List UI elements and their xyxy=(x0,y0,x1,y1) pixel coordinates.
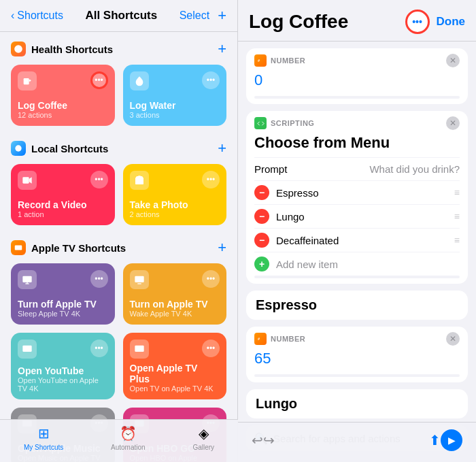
add-item-label: Add new item xyxy=(276,259,338,270)
espresso-number-card-label: NUMBER xyxy=(271,335,305,343)
scripting-icon xyxy=(254,117,267,129)
bottom-toolbar: ↩ ↪ ⬆ ▶ xyxy=(238,422,476,462)
open-appletv-plus-menu-button[interactable]: ••• xyxy=(202,340,220,357)
right-header: Log Coffee ••• Done xyxy=(238,0,476,42)
record-video-menu-button[interactable]: ••• xyxy=(90,171,108,188)
record-video-title: Record a Video xyxy=(18,199,108,210)
local-shortcuts-grid: ••• Record a Video 1 action ••• xyxy=(0,161,237,231)
tab-gallery[interactable]: ◈ Gallery xyxy=(192,425,214,451)
appletv-section-title-group: Apple TV Shortcuts xyxy=(11,240,126,255)
appletv-section-header: Apple TV Shortcuts + xyxy=(0,231,237,261)
log-water-title: Log Water xyxy=(130,100,220,111)
log-water-card[interactable]: ••• Log Water 3 actions xyxy=(123,65,227,126)
ellipsis-icon: ••• xyxy=(412,16,422,27)
log-coffee-menu-button[interactable]: ••• xyxy=(90,71,108,89)
right-panel: Log Coffee ••• Done # NUMBER ✕ xyxy=(238,0,476,462)
turn-off-tv-card[interactable]: ••• Turn off Apple TV Sleep Apple TV 4K xyxy=(11,263,115,325)
undo-button[interactable]: ↩ xyxy=(252,432,263,448)
add-shortcut-button[interactable]: + xyxy=(218,7,226,24)
tab-bar: ⊞ My Shortcuts ⏰ Automation ◈ Gallery xyxy=(0,419,238,462)
turn-off-tv-icon xyxy=(18,270,37,289)
tab-automation[interactable]: ⏰ Automation xyxy=(111,425,146,451)
turn-on-tv-card[interactable]: ••• Turn on Apple TV Wake Apple TV 4K xyxy=(123,263,227,325)
add-new-item-left: + Add new item xyxy=(254,257,338,271)
svg-rect-7 xyxy=(22,276,31,282)
done-button[interactable]: Done xyxy=(437,15,466,29)
automation-label: Automation xyxy=(111,444,146,451)
turn-on-tv-subtitle: Wake Apple TV 4K xyxy=(130,310,220,318)
open-youtube-menu-button[interactable]: ••• xyxy=(90,340,108,357)
right-header-menu-button[interactable]: ••• xyxy=(405,10,430,34)
appletv-section-add-button[interactable]: + xyxy=(218,239,226,257)
health-shortcuts-grid: ••• Log Coffee 12 actions ••• xyxy=(0,62,237,131)
svg-rect-10 xyxy=(135,276,143,282)
lungo-section-card: Lungo xyxy=(246,389,468,418)
decaffeinated-drag-handle[interactable]: ≡ xyxy=(454,235,460,246)
take-photo-menu-button[interactable]: ••• xyxy=(202,171,220,188)
select-button[interactable]: Select xyxy=(180,10,209,22)
log-water-menu-button[interactable]: ••• xyxy=(202,71,220,89)
my-shortcuts-icon: ⊞ xyxy=(38,425,50,442)
log-coffee-subtitle: 12 actions xyxy=(18,111,108,119)
record-video-card[interactable]: ••• Record a Video 1 action xyxy=(11,164,115,225)
espresso-section-label: Espresso xyxy=(256,297,317,312)
gallery-label: Gallery xyxy=(192,444,214,451)
back-button[interactable]: ‹ Shortcuts xyxy=(11,10,63,22)
turn-on-tv-menu-button[interactable]: ••• xyxy=(202,270,220,288)
turn-on-tv-title: Turn on Apple TV xyxy=(130,299,220,310)
open-appletv-plus-title: Open Apple TV Plus xyxy=(130,363,220,384)
menu-item-espresso-left: − Espresso xyxy=(254,185,319,200)
open-appletv-plus-card[interactable]: ••• Open Apple TV Plus Open TV on Apple … xyxy=(123,333,227,399)
open-youtube-card[interactable]: ••• Open YouTube Open YouTube on Apple T… xyxy=(11,333,115,399)
remove-lungo-button[interactable]: − xyxy=(254,209,269,224)
turn-off-tv-subtitle: Sleep Apple TV 4K xyxy=(18,310,108,318)
open-youtube-subtitle: Open YouTube on Apple TV 4K xyxy=(18,376,108,393)
menu-item-lungo-left: − Lungo xyxy=(254,209,305,224)
appletv-section-icon xyxy=(11,240,26,255)
lungo-drag-handle[interactable]: ≡ xyxy=(454,211,460,222)
take-photo-subtitle: 2 actions xyxy=(130,210,220,218)
scripting-title: Choose from Menu xyxy=(246,131,468,157)
share-button[interactable]: ⬆ xyxy=(429,432,441,448)
number-card-label: NUMBER xyxy=(271,56,305,65)
menu-item-decaffeinated-left: − Decaffeinated xyxy=(254,233,339,248)
lungo-section-label: Lungo xyxy=(256,396,297,411)
local-section-add-button[interactable]: + xyxy=(218,139,226,157)
local-section-header: Local Shortcuts + xyxy=(0,131,237,161)
menu-item-lungo: − Lungo ≡ xyxy=(246,205,468,228)
scripting-card-close-button[interactable]: ✕ xyxy=(446,116,460,130)
turn-off-tv-menu-button[interactable]: ••• xyxy=(90,270,108,288)
prompt-value: What did you drink? xyxy=(369,163,460,175)
scripting-label: SCRIPTING xyxy=(271,119,314,127)
number-card-header: # NUMBER ✕ xyxy=(246,48,468,70)
svg-rect-12 xyxy=(22,346,31,352)
record-video-icon xyxy=(18,171,37,190)
page-title: All Shortcuts xyxy=(85,9,157,22)
local-section-title-group: Local Shortcuts xyxy=(11,141,108,156)
svg-rect-3 xyxy=(22,177,29,183)
espresso-section-card: Espresso xyxy=(246,291,468,320)
prompt-label: Prompt xyxy=(254,163,287,175)
log-coffee-card[interactable]: ••• Log Coffee 12 actions xyxy=(11,65,115,126)
espresso-number-card-header-left: # NUMBER xyxy=(254,333,305,345)
number-card-icon: # xyxy=(254,54,267,67)
number-card-close-button[interactable]: ✕ xyxy=(446,54,460,67)
espresso-number-card-header: # NUMBER ✕ xyxy=(246,327,468,348)
espresso-drag-handle[interactable]: ≡ xyxy=(454,187,460,198)
svg-point-2 xyxy=(15,145,21,151)
tab-my-shortcuts[interactable]: ⊞ My Shortcuts xyxy=(24,425,63,451)
log-water-subtitle: 3 actions xyxy=(130,111,220,119)
health-section-add-button[interactable]: + xyxy=(218,40,226,58)
play-button[interactable]: ▶ xyxy=(441,429,462,451)
left-panel: ‹ Shortcuts All Shortcuts Select + Healt… xyxy=(0,0,238,462)
add-new-item-row: + Add new item xyxy=(246,252,468,276)
remove-espresso-button[interactable]: − xyxy=(254,185,269,200)
open-appletv-plus-icon xyxy=(130,340,149,359)
add-new-item-button[interactable]: + xyxy=(254,257,269,271)
redo-button[interactable]: ↪ xyxy=(263,432,275,448)
svg-point-5 xyxy=(138,180,141,182)
take-photo-card[interactable]: ••• Take a Photo 2 actions xyxy=(123,164,227,225)
remove-decaffeinated-button[interactable]: − xyxy=(254,233,269,248)
espresso-number-card-close-button[interactable]: ✕ xyxy=(446,332,460,346)
svg-text:#: # xyxy=(257,337,259,341)
